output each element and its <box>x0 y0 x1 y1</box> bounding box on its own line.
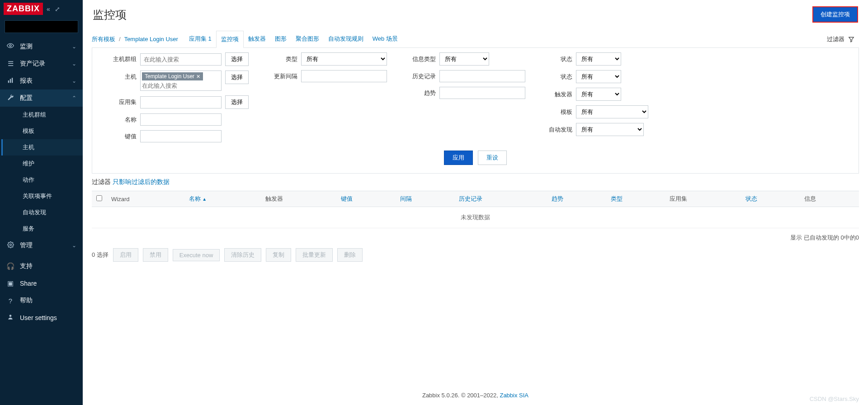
share-icon: ▣ <box>6 279 14 287</box>
input-update-interval[interactable] <box>301 70 387 82</box>
select-all-checkbox[interactable] <box>96 195 102 201</box>
tab-screens[interactable]: 聚合图形 <box>291 31 324 47</box>
create-item-button[interactable]: 创建监控项 <box>812 6 858 23</box>
th-wizard: Wizard <box>107 191 184 207</box>
filter-msg-link[interactable]: 只影响过滤后的数据 <box>113 178 170 185</box>
select-info-type[interactable]: 所有 <box>439 52 489 66</box>
input-host[interactable]: Template Login User ✕ <box>140 71 222 91</box>
bottom-actions: 0 选择 启用 禁用 Execute now 清除历史 复制 批量更新 删除 <box>92 248 859 262</box>
input-key[interactable] <box>140 130 222 142</box>
subnav-templates[interactable]: 模板 <box>1 123 83 139</box>
nav-label: 支持 <box>20 262 33 270</box>
input-name[interactable] <box>140 113 222 126</box>
tab-web-scenarios[interactable]: Web 场景 <box>368 31 402 47</box>
search-input[interactable] <box>5 21 80 33</box>
filter-icon <box>848 36 854 42</box>
list-icon: ☰ <box>6 60 14 68</box>
nav-inventory[interactable]: ☰ 资产记录 ⌄ <box>0 55 83 72</box>
th-triggers: 触发器 <box>261 191 337 207</box>
sort-asc-icon: ▲ <box>202 197 207 202</box>
expand-window-icon[interactable]: ⤢ <box>54 5 61 14</box>
subnav-discovery[interactable]: 自动发现 <box>1 204 83 221</box>
select-host-button[interactable]: 选择 <box>225 71 249 84</box>
th-name[interactable]: 名称 ▲ <box>184 191 261 207</box>
svg-rect-5 <box>12 78 13 83</box>
logo: ZABBIX <box>4 3 43 15</box>
label-appset: 应用集 <box>99 98 137 106</box>
select-trigger[interactable]: 所有 <box>576 88 621 101</box>
sidebar-search[interactable] <box>5 20 78 33</box>
label-update-interval: 更新间隔 <box>265 72 297 80</box>
items-table: Wizard 名称 ▲ 触发器 键值 间隔 历史记录 趋势 类型 应用集 状态 … <box>92 191 859 228</box>
chevron-down-icon: ⌄ <box>72 78 76 84</box>
input-host-text[interactable] <box>142 82 220 89</box>
subnav-services[interactable]: 服务 <box>1 221 83 237</box>
execute-now-button: Execute now <box>173 249 220 261</box>
host-tag-text: Template Login User <box>145 73 194 80</box>
footer: Zabbix 5.0.26. © 2001–2022, Zabbix SIA <box>83 386 868 405</box>
label-key: 键值 <box>99 132 137 141</box>
tab-discovery-rules[interactable]: 自动发现规则 <box>324 31 368 47</box>
tab-applications[interactable]: 应用集 1 <box>184 31 216 47</box>
chevron-up-icon: ⌃ <box>72 95 76 101</box>
apply-button[interactable]: 应用 <box>444 151 473 165</box>
nav-help[interactable]: ? 帮助 <box>0 292 83 309</box>
select-type[interactable]: 所有 <box>301 52 387 66</box>
tab-items[interactable]: 监控项 <box>216 31 244 48</box>
th-info: 信息 <box>800 191 859 207</box>
subnav-actions[interactable]: 动作 <box>1 172 83 188</box>
nav-support[interactable]: 🎧 支持 <box>0 258 83 275</box>
breadcrumb: 所有模板 / Template Login User <box>92 35 178 43</box>
select-hostgroup-button[interactable]: 选择 <box>225 52 249 66</box>
table-footer: 显示 已自动发现的 0中的0 <box>83 228 868 245</box>
select-template[interactable]: 所有 <box>576 105 648 118</box>
select-appset-button[interactable]: 选择 <box>225 95 249 109</box>
footer-link[interactable]: Zabbix SIA <box>500 392 528 399</box>
select-state[interactable]: 所有 <box>576 52 621 66</box>
th-status[interactable]: 状态 <box>741 191 800 207</box>
label-autodiscovery: 自动发现 <box>542 126 572 134</box>
svg-rect-4 <box>10 79 11 83</box>
svg-point-6 <box>9 244 11 246</box>
collapse-icon[interactable]: « <box>46 5 51 14</box>
th-key[interactable]: 键值 <box>336 191 396 207</box>
copy-button: 复制 <box>266 248 291 262</box>
nav-admin[interactable]: 管理 ⌄ <box>0 237 83 254</box>
breadcrumb-all-templates[interactable]: 所有模板 <box>92 35 115 43</box>
subnav-hosts[interactable]: 主机 <box>1 139 83 155</box>
subnav-hostgroups[interactable]: 主机群组 <box>1 107 83 123</box>
nav-reports[interactable]: 报表 ⌄ <box>0 72 83 89</box>
reset-button[interactable]: 重设 <box>478 151 507 165</box>
breadcrumb-sep: / <box>119 36 121 42</box>
tab-triggers[interactable]: 触发器 <box>244 31 270 47</box>
gear-icon <box>6 241 14 250</box>
label-type: 类型 <box>265 55 297 63</box>
filter-msg-head: 过滤器 <box>92 178 113 185</box>
label-trend: 趋势 <box>403 89 436 97</box>
nav-user-settings[interactable]: User settings <box>0 309 83 326</box>
input-hostgroup[interactable] <box>140 53 222 66</box>
nav-label: 配置 <box>20 94 33 102</box>
select-autodiscovery[interactable]: 所有 <box>576 123 644 136</box>
nav-label: 资产记录 <box>20 60 45 68</box>
remove-tag-icon[interactable]: ✕ <box>196 74 200 80</box>
input-appset[interactable] <box>140 96 222 108</box>
nav-label: Share <box>20 280 37 287</box>
breadcrumb-template-name[interactable]: Template Login User <box>124 36 178 42</box>
th-type[interactable]: 类型 <box>606 191 665 207</box>
nav-monitoring[interactable]: 监测 ⌄ <box>0 38 83 55</box>
th-history[interactable]: 历史记录 <box>454 191 547 207</box>
th-trend[interactable]: 趋势 <box>547 191 606 207</box>
subnav-maintenance[interactable]: 维护 <box>1 155 83 172</box>
select-status[interactable]: 所有 <box>576 70 621 83</box>
tab-graphs[interactable]: 图形 <box>270 31 291 47</box>
table-nodata-cell: 未发现数据 <box>92 207 859 228</box>
input-trend[interactable] <box>439 87 525 99</box>
filter-label: 过滤器 <box>827 35 844 43</box>
nav-configuration[interactable]: 配置 ⌃ <box>0 89 83 107</box>
input-history[interactable] <box>439 70 525 82</box>
subnav-correlation[interactable]: 关联项事件 <box>1 188 83 204</box>
nav-share[interactable]: ▣ Share <box>0 275 83 292</box>
filter-toggle[interactable]: 过滤器 <box>822 33 859 46</box>
th-interval[interactable]: 间隔 <box>396 191 455 207</box>
